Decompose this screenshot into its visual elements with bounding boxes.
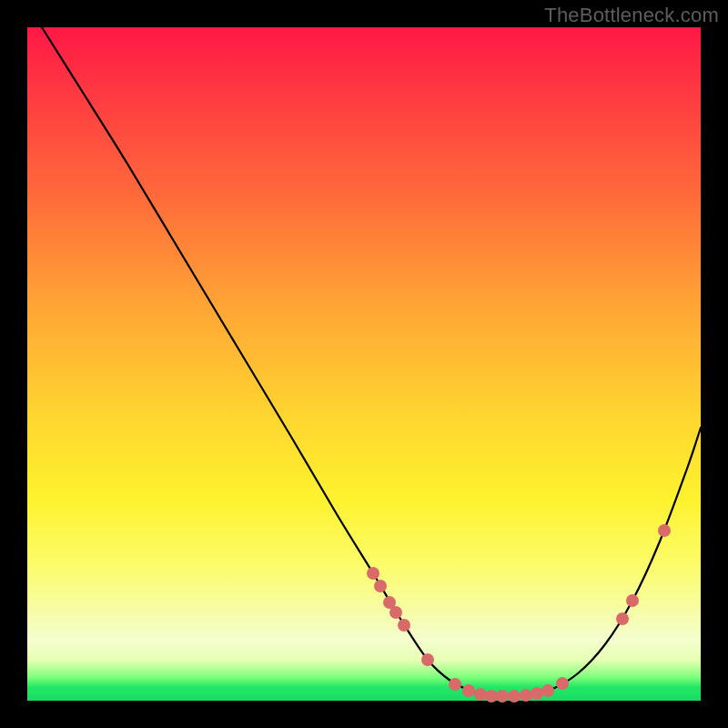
watermark-text: TheBottleneck.com <box>544 4 719 27</box>
chart-overlay <box>27 27 701 701</box>
curve-marker <box>367 567 379 580</box>
bottleneck-curve <box>42 27 701 697</box>
curve-marker <box>421 653 434 666</box>
curve-markers <box>367 524 671 703</box>
curve-marker <box>508 690 521 703</box>
curve-marker <box>520 689 532 702</box>
curve-marker <box>496 690 509 703</box>
curve-marker <box>462 684 475 697</box>
curve-marker <box>626 594 639 607</box>
curve-marker <box>658 524 671 537</box>
curve-marker <box>541 684 554 697</box>
curve-marker <box>556 677 569 690</box>
curve-marker <box>531 687 543 700</box>
chart-frame: TheBottleneck.com <box>0 0 728 728</box>
curve-marker <box>616 612 629 625</box>
curve-marker <box>374 580 387 592</box>
curve-marker <box>389 606 402 619</box>
curve-marker <box>474 688 487 701</box>
curve-marker <box>485 690 498 703</box>
curve-marker <box>398 619 410 632</box>
curve-marker <box>449 678 461 691</box>
